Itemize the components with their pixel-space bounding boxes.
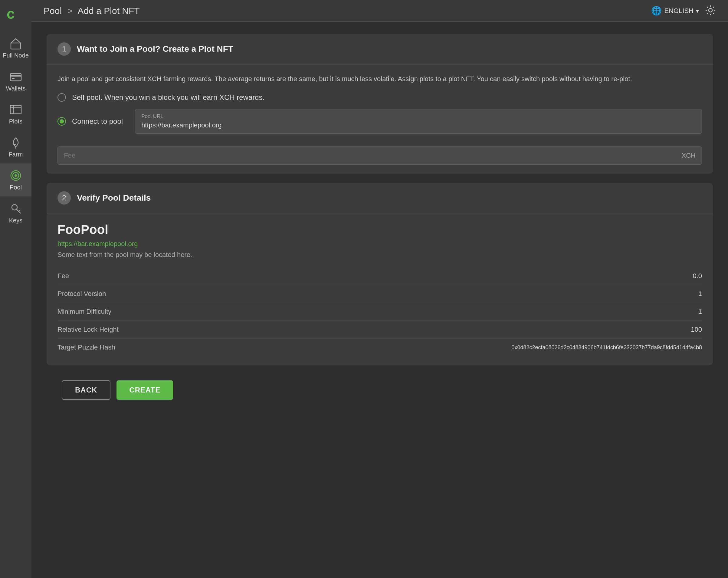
svg-text:c: c (7, 6, 15, 21)
step2-title: Verify Pool Details (77, 193, 151, 203)
pool-details-list: Fee0.0Protocol Version1Minimum Difficult… (57, 267, 702, 356)
breadcrumb-root: Pool (44, 6, 62, 16)
svg-rect-1 (11, 43, 21, 49)
breadcrumb-separator: > (67, 6, 73, 16)
pool-url-display[interactable]: https://bar.examplepool.org (57, 240, 702, 248)
sidebar-item-farm[interactable]: Farm (0, 130, 31, 163)
fee-row: XCH (57, 147, 702, 165)
pool-name: FooPool (57, 222, 702, 237)
sidebar-item-wallets[interactable]: Wallets (0, 64, 31, 98)
pool-url-input[interactable] (141, 121, 696, 129)
sidebar-item-plots-label: Plots (9, 118, 22, 125)
detail-row: Fee0.0 (57, 267, 702, 285)
connect-to-pool-radio[interactable] (57, 117, 66, 126)
breadcrumb: Pool > Add a Plot NFT (44, 6, 651, 16)
self-pool-option[interactable]: Self pool. When you win a block you will… (57, 93, 702, 102)
detail-value: 0x0d82c2ecfa08026d2c04834906b741fdcb6fe2… (511, 344, 702, 351)
step2-body: FooPool https://bar.examplepool.org Some… (47, 213, 713, 365)
sidebar-item-plots[interactable]: Plots (0, 98, 31, 130)
translate-icon: 🌐 (651, 6, 662, 16)
chevron-down-icon: ▾ (696, 7, 699, 15)
detail-value: 1 (698, 290, 702, 298)
detail-label: Relative Lock Height (57, 325, 119, 334)
detail-row: Protocol Version1 (57, 285, 702, 303)
svg-rect-4 (12, 78, 15, 79)
sidebar-item-farm-label: Farm (9, 151, 23, 158)
sidebar-item-keys-label: Keys (9, 217, 22, 224)
topbar-right: 🌐 ENGLISH ▾ (651, 5, 716, 17)
step1-header: 1 Want to Join a Pool? Create a Plot NFT (47, 34, 713, 64)
sidebar-item-pool-label: Pool (10, 184, 22, 191)
detail-label: Minimum Difficulty (57, 308, 111, 316)
pool-description: Some text from the pool may be located h… (57, 251, 702, 259)
detail-value: 1 (698, 308, 702, 316)
pool-url-field[interactable]: Pool URL (135, 109, 702, 134)
fee-input[interactable] (64, 152, 682, 159)
pool-url-label: Pool URL (141, 113, 696, 120)
detail-row: Target Puzzle Hash0x0d82c2ecfa08026d2c04… (57, 339, 702, 356)
svg-rect-2 (10, 74, 21, 81)
action-buttons: BACK CREATE (47, 374, 713, 412)
svg-rect-5 (10, 105, 21, 114)
connect-to-pool-option[interactable]: Connect to pool (57, 117, 123, 126)
svg-point-13 (709, 8, 712, 12)
step1-body: Join a pool and get consistent XCH farmi… (47, 64, 713, 174)
back-button[interactable]: BACK (62, 380, 110, 400)
svg-point-12 (12, 205, 17, 210)
detail-label: Target Puzzle Hash (57, 343, 115, 351)
svg-point-11 (15, 174, 17, 177)
gear-icon (705, 5, 716, 16)
sidebar-item-full-node-label: Full Node (3, 52, 29, 59)
svg-rect-3 (10, 75, 21, 77)
detail-value: 0.0 (693, 272, 702, 280)
language-label: ENGLISH (664, 7, 694, 15)
step1-title: Want to Join a Pool? Create a Plot NFT (77, 44, 233, 54)
topbar: Pool > Add a Plot NFT 🌐 ENGLISH ▾ (31, 0, 728, 22)
detail-label: Protocol Version (57, 290, 106, 298)
self-pool-radio[interactable] (57, 93, 66, 102)
step1-card: 1 Want to Join a Pool? Create a Plot NFT… (47, 34, 713, 174)
sidebar: c Full Node Wallets Plots (0, 0, 31, 578)
detail-row: Relative Lock Height100 (57, 321, 702, 339)
step2-header: 2 Verify Pool Details (47, 183, 713, 213)
breadcrumb-page: Add a Plot NFT (78, 6, 140, 16)
main-content: Pool > Add a Plot NFT 🌐 ENGLISH ▾ 1 (31, 0, 728, 578)
sidebar-item-pool[interactable]: Pool (0, 163, 31, 196)
language-button[interactable]: 🌐 ENGLISH ▾ (651, 6, 699, 16)
step2-card: 2 Verify Pool Details FooPool https://ba… (47, 183, 713, 365)
detail-label: Fee (57, 272, 69, 280)
sidebar-item-full-node[interactable]: Full Node (0, 31, 31, 64)
detail-row: Minimum Difficulty1 (57, 303, 702, 321)
app-logo[interactable]: c (7, 6, 25, 22)
sidebar-item-keys[interactable]: Keys (0, 196, 31, 229)
fee-suffix: XCH (682, 152, 696, 159)
self-pool-label: Self pool. When you win a block you will… (72, 93, 264, 102)
create-button[interactable]: CREATE (116, 380, 173, 400)
step1-description: Join a pool and get consistent XCH farmi… (57, 74, 702, 84)
page-content: 1 Want to Join a Pool? Create a Plot NFT… (31, 22, 728, 578)
detail-value: 100 (691, 325, 702, 334)
settings-button[interactable] (705, 5, 716, 17)
connect-to-pool-row: Connect to pool Pool URL (57, 109, 702, 134)
sidebar-item-wallets-label: Wallets (6, 85, 26, 92)
connect-to-pool-label: Connect to pool (72, 117, 123, 126)
step1-badge: 1 (57, 42, 71, 56)
step2-badge: 2 (57, 191, 71, 205)
